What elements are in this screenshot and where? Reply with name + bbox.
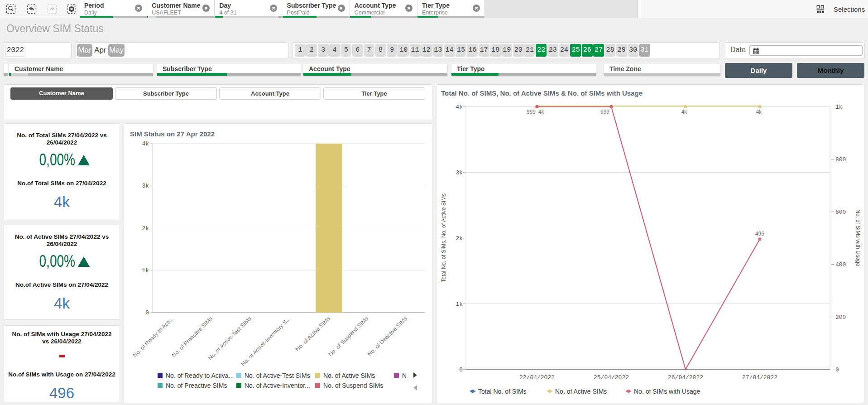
svg-text:No. of SIMs with Usage: No. of SIMs with Usage [855, 209, 861, 266]
svg-text:No. of Ready to Acti...: No. of Ready to Acti... [132, 315, 175, 358]
svg-text:No. of Active SIMs: No. of Active SIMs [555, 388, 607, 395]
svg-text:22/04/2022: 22/04/2022 [519, 374, 555, 381]
svg-text:3k: 3k [142, 183, 149, 189]
svg-text:999: 999 [527, 109, 536, 115]
svg-text:No. of Suspend SIMs: No. of Suspend SIMs [323, 382, 383, 389]
svg-text:600: 600 [835, 209, 846, 216]
svg-text:800: 800 [835, 156, 846, 163]
svg-text:400: 400 [835, 261, 846, 268]
svg-text:200: 200 [835, 314, 846, 321]
svg-text:No. of Deactive SIMs: No. of Deactive SIMs [366, 315, 408, 357]
svg-text:Total No. of SIMs: Total No. of SIMs [478, 388, 527, 395]
svg-text:N: N [402, 372, 407, 379]
svg-text:27/04/2022: 27/04/2022 [742, 374, 777, 381]
svg-text:No. of Preactive SIMs: No. of Preactive SIMs [171, 315, 214, 358]
svg-text:No. of Suspend SIMs: No. of Suspend SIMs [327, 315, 369, 357]
svg-text:No. of Ready to Activa...: No. of Ready to Activa... [166, 372, 234, 379]
svg-text:4k: 4k [681, 109, 688, 115]
svg-text:0: 0 [145, 309, 149, 316]
svg-text:496: 496 [755, 231, 764, 237]
svg-text:No. of Active-Test SIMs: No. of Active-Test SIMs [245, 372, 310, 379]
svg-text:Total No. of SIMs, No. of Acti: Total No. of SIMs, No. of Active SIMs [441, 193, 447, 282]
svg-text:4k: 4k [756, 109, 762, 115]
svg-text:No. of Active SIMs: No. of Active SIMs [323, 372, 375, 379]
svg-text:No. of Active-Inventor...: No. of Active-Inventor... [245, 382, 310, 389]
svg-text:999: 999 [600, 109, 609, 115]
svg-text:0: 0 [459, 366, 463, 373]
svg-text:25/04/2022: 25/04/2022 [594, 374, 629, 381]
svg-text:4k: 4k [538, 109, 545, 115]
svg-text:3k: 3k [456, 169, 463, 176]
svg-text:4k: 4k [456, 104, 463, 111]
svg-text:1k: 1k [456, 301, 463, 308]
svg-text:No. of Active-Test SIMs: No. of Active-Test SIMs [207, 315, 253, 361]
svg-text:1k: 1k [142, 267, 149, 274]
svg-text:0: 0 [835, 366, 839, 373]
svg-text:No. of Active SIMs: No. of Active SIMs [294, 315, 331, 352]
svg-text:No. of Preactive SIMs: No. of Preactive SIMs [166, 382, 227, 389]
svg-text:No. of SIMs with Usage: No. of SIMs with Usage [634, 388, 700, 395]
svg-text:26/04/2022: 26/04/2022 [668, 374, 703, 381]
svg-text:2k: 2k [456, 235, 463, 242]
svg-text:4k: 4k [142, 140, 149, 147]
svg-text:1k: 1k [835, 104, 843, 111]
svg-text:2k: 2k [142, 225, 149, 232]
